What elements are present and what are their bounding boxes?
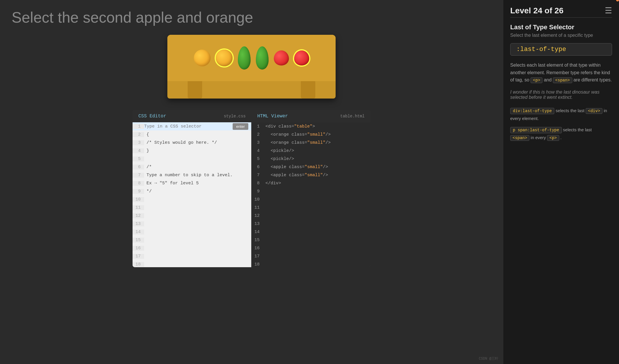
html-viewer-lines: 1 <div class="table"> 2 <orange class="s…	[251, 122, 370, 267]
right-panel: Level 24 of 26 ☰ Last of Type Selector S…	[503, 0, 619, 364]
css-content-3: /* Styles would go here. */	[144, 140, 219, 145]
selector-badge: :last-of-type	[510, 43, 612, 56]
css-line-4: 4 }	[133, 147, 251, 155]
html-num-7: 7	[251, 173, 263, 178]
example-1-tag: <div>	[586, 108, 602, 114]
table-legs	[176, 81, 327, 99]
css-line-10: 10	[133, 195, 251, 203]
css-line-14: 14	[133, 228, 251, 236]
html-content-2: <orange class="small"/>	[263, 132, 333, 137]
html-content-7: <apple class="small"/>	[263, 173, 330, 178]
html-line-8: 8 </div>	[251, 179, 370, 187]
html-line-6: 6 <apple class="small"/>	[251, 163, 370, 171]
html-line-7: 7 <apple class="small"/>	[251, 171, 370, 179]
css-content-4: }	[144, 148, 151, 153]
css-line-2: 2 {	[133, 130, 251, 139]
level-header: Level 24 of 26 ☰	[510, 6, 612, 16]
line-num-6: 6	[133, 165, 144, 170]
line-num-1: 1	[133, 124, 144, 129]
html-num-6: 6	[251, 165, 263, 170]
desc-text-2: and	[542, 77, 553, 82]
css-content-2: {	[144, 132, 151, 137]
html-line-12: 12	[251, 212, 370, 220]
css-editor-tab[interactable]: CSS Editor style.css	[133, 110, 251, 122]
html-viewer-tab[interactable]: HTML Viewer table.html	[251, 110, 370, 122]
orange-1	[194, 50, 211, 66]
html-tab-label: HTML Viewer	[257, 114, 288, 119]
html-num-5: 5	[251, 156, 263, 161]
html-line-2: 2 <orange class="small"/>	[251, 130, 370, 139]
level-title: Level 24 of 26	[510, 6, 564, 15]
css-selector-input[interactable]	[144, 124, 208, 129]
apple-2-selected	[294, 50, 309, 65]
table-leg-left	[188, 81, 202, 99]
html-line-5: 5 <pickle/>	[251, 155, 370, 163]
line-num-5: 5	[133, 156, 144, 161]
css-line-13: 13	[133, 220, 251, 228]
css-line-17: 17	[133, 252, 251, 260]
html-line-16: 16	[251, 244, 370, 252]
example-2-end: .	[560, 135, 562, 140]
example-1-code: div:last-of-type	[510, 108, 554, 114]
enter-button[interactable]: enter	[233, 123, 248, 130]
html-line-3: 3 <orange class="small"/>	[251, 139, 370, 147]
css-line-8: 8 Ex → "5" for level 5	[133, 179, 251, 187]
example-2-span-tag: <span>	[510, 135, 529, 141]
level-progress-dot	[616, 0, 619, 1]
selector-title: Last of Type Selector	[510, 23, 612, 31]
html-content-1: <div class="table">	[263, 124, 317, 129]
html-line-17: 17	[251, 252, 370, 260]
html-line-15: 15	[251, 236, 370, 244]
css-line-18: 18	[133, 260, 251, 267]
css-line-6: 6 /*	[133, 163, 251, 171]
example-1-block: div:last-of-type selects the last <div> …	[510, 107, 612, 122]
css-editor-panel: 1 enter 2 { 3 /* Styles would go here. *…	[133, 122, 251, 267]
css-line-7: 7 Type a number to skip to a level.	[133, 171, 251, 179]
editor-area: CSS Editor style.css HTML Viewer table.h…	[133, 110, 370, 267]
html-line-18: 18	[251, 260, 370, 267]
html-line-13: 13	[251, 220, 370, 228]
apple-1	[274, 50, 289, 65]
example-2-block: p span:last-of-type selects the last <sp…	[510, 126, 612, 142]
menu-icon[interactable]: ☰	[605, 6, 612, 16]
line-num-9: 9	[133, 189, 144, 194]
css-line-15: 15	[133, 236, 251, 244]
html-viewer-panel: 1 <div class="table"> 2 <orange class="s…	[251, 122, 370, 267]
table-visualization	[167, 35, 336, 99]
pickle-1	[238, 46, 251, 70]
html-content-4: <pickle/>	[263, 148, 296, 153]
editor-content: 1 enter 2 { 3 /* Styles would go here. *…	[133, 122, 370, 267]
table-leg-right	[301, 81, 315, 99]
css-line-3: 3 /* Styles would go here. */	[133, 139, 251, 147]
example-2-label: selects the last	[563, 127, 592, 132]
line-num-3: 3	[133, 140, 144, 145]
line-num-4: 4	[133, 148, 144, 153]
css-input-line[interactable]: 1 enter	[133, 122, 251, 130]
line-num-2: 2	[133, 132, 144, 137]
example-2-text: p span:last-of-type selects the last <sp…	[510, 127, 592, 140]
example-1-text: div:last-of-type selects the last <div> …	[510, 108, 607, 121]
html-num-3: 3	[251, 140, 263, 145]
html-num-2: 2	[251, 132, 263, 137]
html-num-8: 8	[251, 181, 263, 186]
example-2-p-tag: <p>	[547, 135, 559, 141]
html-line-1: 1 <div class="table">	[251, 122, 370, 130]
html-line-14: 14	[251, 228, 370, 236]
css-content-8: Ex → "5" for level 5	[144, 181, 201, 186]
html-line-9: 9	[251, 187, 370, 195]
footer-credit: CSDN @三叶	[479, 356, 498, 361]
desc-span-tag: <span>	[553, 77, 572, 83]
html-tab-filename: table.html	[340, 114, 365, 119]
css-line-9: 9 */	[133, 187, 251, 195]
orange-2-selected	[216, 50, 233, 66]
html-num-4: 4	[251, 148, 263, 153]
line-num-8: 8	[133, 181, 144, 186]
css-content-7: Type a number to skip to a level.	[144, 173, 235, 178]
selector-subtitle: Select the last element of a specific ty…	[510, 33, 612, 38]
italic-description: I wonder if this is how the last dinosau…	[510, 90, 612, 100]
editor-tabs: CSS Editor style.css HTML Viewer table.h…	[133, 110, 370, 122]
level-divider	[510, 17, 612, 18]
desc-text-3: are different types.	[572, 77, 612, 82]
example-2-code: p span:last-of-type	[510, 127, 562, 133]
css-line-16: 16	[133, 244, 251, 252]
